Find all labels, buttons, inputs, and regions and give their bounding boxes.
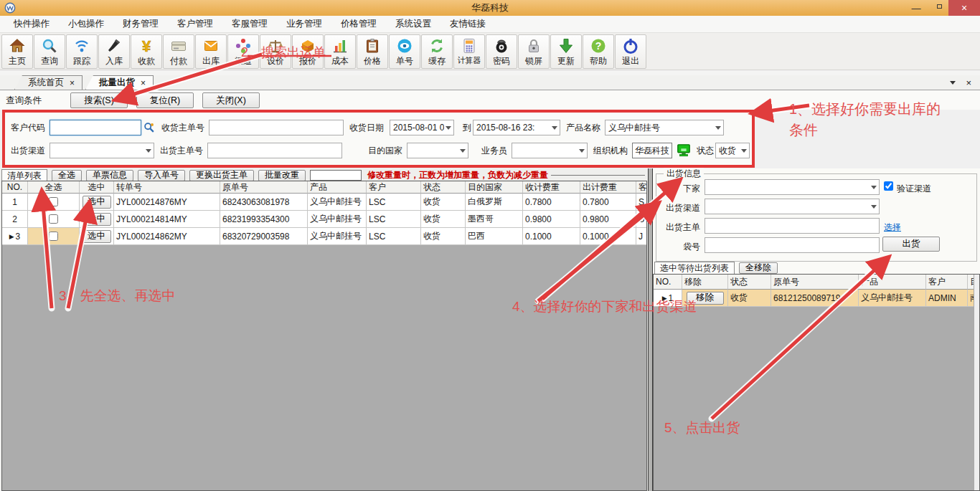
organization-select-icon[interactable] [674,143,693,158]
select-master-link[interactable]: 选择 [884,221,901,234]
vertical-splitter[interactable] [648,168,653,491]
verify-channel-checkbox[interactable] [884,181,893,191]
toolbar-button-help[interactable]: ?帮助 [583,34,614,69]
toolbar-button-set-price-scale[interactable]: 设价 [260,34,291,69]
toolbar-button-tracking-no[interactable]: 单号 [389,34,420,69]
dest-country-select[interactable] [407,143,468,158]
cell-ship-weight: 0.7800 [580,194,636,211]
menu-item[interactable]: 业务管理 [277,16,331,32]
column-header: 状态 [421,181,466,194]
select-row-button[interactable]: 选中 [83,196,111,209]
row-select-checkbox[interactable] [49,214,58,224]
toolbar-button-label: 入库 [105,55,123,67]
ship-master-input[interactable] [207,143,342,158]
batch-reweigh-button[interactable]: 批量改重 [258,170,306,181]
table-row[interactable]: 2选中JYL000214814MY68231993354300义乌中邮挂号LSC… [2,211,646,228]
cell-customer: ADMIN [926,290,968,307]
close-query-button[interactable]: 关闭(X) [202,92,260,108]
table-row[interactable]: ▶1移除收货68121250089719义乌中邮挂号ADMIN南 [654,290,975,307]
table-row[interactable]: 1选中JYL000214876MY68243063081978义乌中邮挂号LSC… [2,194,646,211]
menu-item[interactable]: 客服管理 [222,16,277,32]
toolbar-button-label: 查询 [41,55,58,67]
menu-item[interactable]: 客户管理 [168,16,222,32]
toolbar-button-channel[interactable]: 渠道 [227,34,259,69]
channel-icon [235,37,252,55]
toolbar-button-outbound-mail[interactable]: 出库 [195,34,227,69]
tab-bar-close-icon[interactable]: × [966,77,971,88]
cell-recv-weight: 0.1000 [523,228,580,245]
panel-ship-channel-select[interactable] [705,199,880,214]
product-name-label: 产品名称 [566,122,605,134]
select-row-button[interactable]: 选中 [83,230,111,243]
tab-list-dropdown-icon[interactable] [950,81,956,85]
chevron-down-icon [741,149,747,153]
toolbar-button-home[interactable]: 主页 [1,34,33,69]
panel-ship-master-input[interactable] [705,218,880,234]
cell-dest-country: 墨西哥 [466,211,523,228]
table-row[interactable]: ▶3选中JYL000214862MY68320729003598义乌中邮挂号LS… [2,228,646,245]
ship-button[interactable]: 出货 [882,237,940,252]
column-header: 出计费重 [580,181,636,194]
minimize-button[interactable]: — [905,0,927,16]
customer-search-icon[interactable] [141,121,157,134]
tab-system-home[interactable]: 系统首页 × [14,75,83,90]
buyer-select[interactable] [705,179,880,195]
tab-list-view[interactable]: 清单列表 [1,169,47,181]
tab-waiting-list[interactable]: 选中等待出货列表 [654,262,735,274]
receive-master-input[interactable] [209,120,344,135]
bag-number-input[interactable] [705,237,880,253]
select-row-button[interactable]: 选中 [83,213,111,226]
toolbar-button-update[interactable]: 更新 [550,34,582,69]
row-select-checkbox[interactable] [49,232,58,241]
query-conditions-label: 查询条件 [6,95,42,107]
toolbar-button-password[interactable]: 密码 [486,34,517,69]
tab-close-icon[interactable]: × [141,78,146,88]
waiting-table-scrollbar[interactable] [974,275,979,490]
ship-channel-select[interactable] [50,143,154,158]
customer-code-input[interactable] [50,120,141,135]
cell-dest-country: 白俄罗斯 [466,194,523,211]
ticket-info-button[interactable]: 单票信息 [86,170,133,181]
menu-item[interactable]: 系统设置 [386,16,440,32]
toolbar-button-lock-screen[interactable]: 锁屏 [518,34,550,69]
change-ship-master-button[interactable]: 更换出货主单 [189,170,254,181]
restore-button[interactable] [927,0,948,16]
close-button[interactable]: × [948,0,980,16]
toolbar-button-calculator[interactable]: 计算器 [453,34,485,69]
select-all-button[interactable]: 全选 [52,170,82,181]
column-header: 客户 [926,275,968,290]
cache-refresh-icon [428,37,446,55]
toolbar-button-cache-refresh[interactable]: 缓存 [421,34,453,69]
menu-item[interactable]: 财务管理 [113,16,168,32]
toolbar-button-quote[interactable]: 报价 [292,34,324,69]
toolbar-button-track-signal[interactable]: 跟踪 [66,34,98,69]
search-button[interactable]: 搜索(S) [70,92,128,108]
tab-close-icon[interactable]: × [70,78,75,88]
tab-batch-shipment[interactable]: 批量出货 × [85,75,154,90]
toolbar-button-label: 退出 [622,55,639,67]
receive-date-from-select[interactable]: 2015-08-01 00 [390,120,454,135]
remove-row-button[interactable]: 移除 [687,292,724,305]
toolbar-button-pay[interactable]: 付款 [163,34,194,69]
row-select-checkbox[interactable] [49,197,58,206]
remove-all-button[interactable]: 全移除 [739,262,778,274]
status-select[interactable]: 收货 [715,143,750,158]
toolbar-button-price-board[interactable]: 价格 [357,34,388,69]
toolbar-button-search[interactable]: 查询 [34,34,65,69]
toolbar-button-inbound-scanner[interactable]: 入库 [98,34,130,69]
product-name-select[interactable]: 义乌中邮挂号 [605,120,724,135]
shipment-table: NO.全选选中转单号原单号产品客户状态目的国家收计费重出计费重客1选中JYL00… [1,181,647,491]
toolbar-button-receive-payment[interactable]: ¥收款 [131,34,162,69]
toolbar-button-exit[interactable]: 退出 [615,34,646,69]
menu-item[interactable]: 快件操作 [4,16,59,32]
weight-adjust-input[interactable] [310,170,362,181]
menu-item[interactable]: 价格管理 [331,16,386,32]
menu-item[interactable]: 友情链接 [440,16,495,32]
toolbar-button-cost-chart[interactable]: 成本 [324,34,356,69]
shipment-list-region: 清单列表 全选单票信息导入单号更换出货主单批量改重 修改重量时，正数为增加重量，… [0,168,648,491]
receive-date-to-select[interactable]: 2015-08-16 23: [473,120,560,135]
reset-button[interactable]: 复位(R) [136,92,194,108]
import-numbers-button[interactable]: 导入单号 [138,170,185,181]
salesman-select[interactable] [512,143,588,158]
menu-item[interactable]: 小包操作 [59,16,113,32]
